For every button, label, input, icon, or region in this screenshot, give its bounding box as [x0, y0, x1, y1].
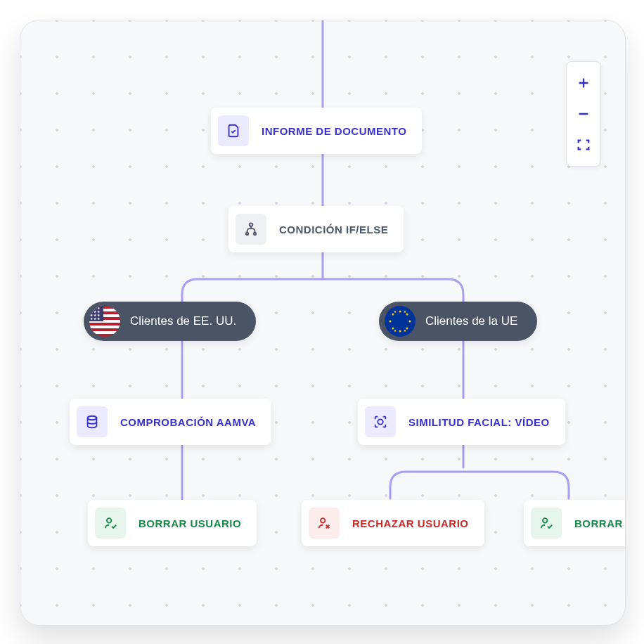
node-label: BORRAR USUARIO: [139, 517, 241, 529]
node-label: RECHAZAR USUARIO: [352, 517, 469, 529]
user-x-icon: [309, 508, 340, 539]
svg-point-7: [392, 314, 394, 316]
svg-point-16: [378, 419, 382, 424]
svg-point-17: [107, 518, 111, 522]
svg-point-9: [392, 328, 394, 330]
svg-point-4: [399, 330, 401, 333]
node-condition[interactable]: CONDICIÓN IF/ELSE: [228, 206, 404, 252]
svg-point-14: [394, 330, 396, 331]
zoom-control: [566, 61, 601, 167]
node-label: COMPROBACIÓN AAMVA: [120, 416, 256, 428]
document-check-icon: [218, 115, 249, 146]
node-reject-user[interactable]: RECHAZAR USUARIO: [302, 500, 484, 546]
workflow-canvas[interactable]: INFORME DE DOCUMENTO CONDICIÓN IF/ELSE ★…: [20, 20, 626, 626]
branch-label: Clientes de la UE: [425, 314, 517, 328]
user-check-icon: [531, 508, 562, 539]
svg-point-19: [543, 518, 547, 522]
database-icon: [77, 406, 108, 437]
branch-pill-us[interactable]: ★★★★★★★★★★★★ Clientes de EE. UU.: [84, 302, 256, 341]
branch-pill-eu[interactable]: Clientes de la UE: [379, 302, 537, 341]
zoom-in-button[interactable]: [572, 72, 595, 94]
flag-us-icon: ★★★★★★★★★★★★: [89, 306, 120, 337]
svg-point-8: [406, 314, 408, 316]
svg-point-0: [250, 223, 253, 226]
svg-point-15: [88, 416, 97, 420]
branch-icon: [236, 214, 266, 245]
node-label: SIMILITUD FACIAL: VÍDEO: [408, 416, 550, 428]
node-clear-user-1[interactable]: BORRAR USUARIO: [88, 500, 257, 546]
node-facial[interactable]: SIMILITUD FACIAL: VÍDEO: [358, 399, 565, 445]
branch-label: Clientes de EE. UU.: [130, 314, 236, 328]
svg-point-18: [321, 518, 325, 522]
node-doc-report[interactable]: INFORME DE DOCUMENTO: [211, 108, 422, 154]
face-scan-icon: [365, 406, 396, 437]
node-clear-user-2[interactable]: BORRAR USUARIO: [524, 500, 626, 546]
node-label: CONDICIÓN IF/ELSE: [279, 224, 388, 236]
node-aamva[interactable]: COMPROBACIÓN AAMVA: [70, 399, 271, 445]
svg-point-3: [399, 311, 401, 313]
svg-point-1: [246, 233, 248, 235]
svg-point-13: [404, 330, 406, 331]
zoom-fit-button[interactable]: [572, 134, 595, 156]
svg-point-5: [389, 321, 392, 323]
svg-point-12: [394, 311, 396, 312]
svg-point-11: [404, 311, 406, 312]
node-label: BORRAR USUARIO: [574, 517, 626, 529]
flag-eu-icon: [385, 306, 416, 337]
svg-point-10: [406, 328, 408, 330]
zoom-out-button[interactable]: [572, 103, 595, 125]
svg-point-2: [254, 233, 256, 235]
svg-point-6: [409, 321, 411, 323]
user-check-icon: [95, 508, 126, 539]
node-label: INFORME DE DOCUMENTO: [262, 125, 406, 137]
